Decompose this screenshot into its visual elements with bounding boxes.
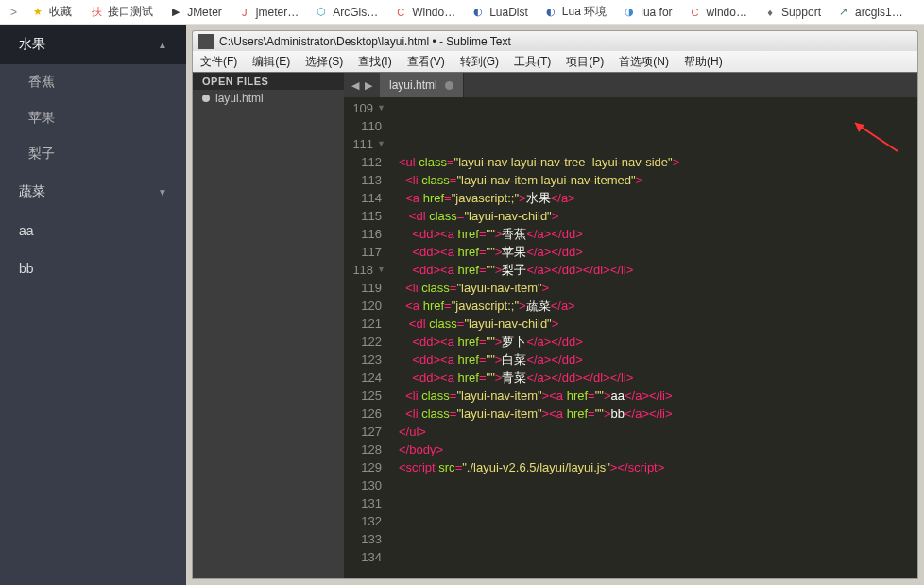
window-title-bar[interactable]: C:\Users\Administrator\Desktop\layui.htm… — [192, 30, 918, 51]
menu-item[interactable]: 工具(T) — [506, 52, 558, 72]
sublime-window: C:\Users\Administrator\Desktop\layui.htm… — [186, 25, 924, 585]
bookmark-icon: 扶 — [89, 5, 104, 20]
code-line[interactable]: <dd><a href="">苹果</a></dd> — [399, 243, 912, 261]
bookmark-label: JMeter — [187, 6, 222, 19]
bookmark-item[interactable]: CWindo… — [385, 2, 463, 22]
line-number: 111▼ — [346, 135, 385, 153]
bookmark-icon: ⬡ — [314, 5, 329, 20]
chevron-down-icon: ▼ — [158, 187, 167, 198]
line-number: 124 — [346, 369, 385, 387]
nav-item-fruit[interactable]: 水果 ▲ — [0, 25, 186, 64]
tab-layui[interactable]: layui.html — [380, 73, 464, 97]
tab-nav-buttons: ◀ ▶ — [344, 79, 380, 92]
line-number: 116 — [346, 225, 385, 243]
bookmark-item[interactable]: ◐Lua 环境 — [536, 2, 614, 22]
code-line[interactable] — [399, 512, 912, 530]
sidebar-file-layui[interactable]: layui.html — [193, 90, 344, 107]
bookmark-icon: C — [688, 5, 703, 20]
tab-prev-icon[interactable]: ◀ — [350, 79, 361, 92]
bookmark-favorites[interactable]: ★ 收藏 — [23, 2, 79, 22]
line-number: 127 — [346, 422, 385, 440]
line-number: 128 — [346, 440, 385, 458]
code-line[interactable]: <li class="layui-nav-item layui-nav-item… — [399, 171, 912, 189]
bookmark-icon: ◐ — [543, 5, 558, 20]
bookmark-item[interactable]: ◐LuaDist — [463, 2, 536, 22]
app-icon — [198, 34, 214, 49]
code-line[interactable]: <dd><a href="">梨子</a></dd></dl></li> — [399, 261, 912, 279]
code-line[interactable]: <a href="javascript:;">蔬菜</a> — [399, 297, 912, 315]
code-line[interactable]: <a href="javascript:;">水果</a> — [399, 189, 912, 207]
code-line[interactable]: <li class="layui-nav-item"><a href="">aa… — [399, 387, 912, 404]
nav-child-banana[interactable]: 香蕉 — [0, 64, 186, 100]
editor-body: OPEN FILES layui.html ◀ ▶ layui.html — [192, 72, 918, 579]
code-line[interactable] — [399, 566, 912, 578]
code-line[interactable]: </body> — [399, 440, 912, 458]
code-line[interactable]: <dl class="layui-nav-child"> — [399, 315, 912, 333]
bookmark-label: Support — [781, 6, 821, 19]
code-line[interactable]: <li class="layui-nav-item"> — [399, 279, 912, 297]
bookmark-item[interactable]: Jjmeter… — [230, 2, 306, 22]
line-number: 134 — [346, 548, 385, 566]
code-line[interactable] — [399, 476, 912, 494]
tab-next-icon[interactable]: ▶ — [363, 79, 374, 92]
menu-item[interactable]: 编辑(E) — [245, 52, 298, 72]
line-number: 118▼ — [346, 261, 385, 279]
code-line[interactable]: <dd><a href="">白菜</a></dd> — [399, 351, 912, 369]
bookmark-item[interactable]: ⬡ArcGis… — [306, 2, 385, 22]
bookmark-item[interactable]: ↗arcgis1… — [829, 2, 911, 22]
bookmark-icon: C — [393, 5, 408, 20]
nav-child-pear[interactable]: 梨子 — [0, 136, 186, 172]
dirty-dot-icon — [202, 95, 210, 102]
menu-item[interactable]: 选择(S) — [298, 52, 351, 72]
line-gutter: 109▼110 111▼112 113 114 115 116 117 118▼… — [344, 97, 393, 578]
line-number: 117 — [346, 243, 385, 261]
code-line[interactable]: <dl class="layui-nav-child"> — [399, 207, 912, 225]
code-line[interactable] — [399, 494, 912, 512]
annotation-arrow-icon — [846, 118, 902, 156]
code-line[interactable]: <ul class="layui-nav layui-nav-tree layu… — [399, 153, 912, 171]
code-line[interactable] — [399, 548, 912, 566]
tab-label: layui.html — [389, 78, 437, 92]
bookmark-label: Windo… — [412, 6, 455, 19]
code-line[interactable]: </ul> — [399, 422, 912, 440]
line-number: 113 — [346, 171, 385, 189]
code-line[interactable]: <dd><a href="">萝卜</a></dd> — [399, 333, 912, 351]
menu-item[interactable]: 转到(G) — [453, 52, 506, 72]
chevron-up-icon: ▲ — [158, 40, 167, 50]
bookmark-label: jmeter… — [256, 6, 299, 19]
bookmark-icon: ▶ — [168, 5, 183, 20]
nav-item-aa[interactable]: aa — [0, 212, 186, 249]
menu-item[interactable]: 查找(I) — [351, 52, 399, 72]
bookmark-item[interactable]: Cwindo… — [680, 2, 755, 22]
line-number: 109▼ — [346, 99, 385, 117]
code-line[interactable]: <dd><a href="">香蕉</a></dd> — [399, 225, 912, 243]
nav-item-vegetable[interactable]: 蔬菜 ▼ — [0, 172, 186, 212]
code-area[interactable]: 109▼110 111▼112 113 114 115 116 117 118▼… — [344, 97, 917, 578]
bookmark-item[interactable]: ◑lua for — [614, 2, 679, 22]
code-line[interactable] — [399, 530, 912, 548]
main-area: 水果 ▲ 香蕉 苹果 梨子 蔬菜 ▼ aa bb C:\Users\Admini… — [0, 25, 924, 585]
code-line[interactable]: <dd><a href="">青菜</a></dd></dl></li> — [399, 369, 912, 387]
line-number: 110 — [346, 117, 385, 135]
nav-item-bb[interactable]: bb — [0, 249, 186, 287]
menu-item[interactable]: 项目(P) — [558, 52, 611, 72]
bookmark-label: windo… — [707, 6, 747, 19]
menu-item[interactable]: 帮助(H) — [676, 52, 730, 72]
code-lines[interactable]: <ul class="layui-nav layui-nav-tree layu… — [393, 97, 917, 578]
bookmark-item[interactable]: ▶JMeter — [161, 2, 230, 22]
bookmark-item[interactable]: 扶接口测试 — [81, 2, 161, 22]
menu-item[interactable]: 文件(F) — [193, 52, 245, 72]
code-line[interactable]: <li class="layui-nav-item"><a href="">bb… — [399, 404, 912, 422]
bookmark-icon: ◑ — [622, 5, 637, 20]
menu-item[interactable]: 查看(V) — [400, 52, 453, 72]
line-number: 132 — [346, 512, 385, 530]
window-title: C:\Users\Administrator\Desktop\layui.htm… — [219, 35, 511, 48]
line-number: 123 — [346, 351, 385, 369]
sidebar-open-files-header: OPEN FILES — [193, 73, 344, 90]
dirty-dot-icon — [445, 81, 453, 90]
tab-bar: ◀ ▶ layui.html — [344, 73, 917, 97]
menu-item[interactable]: 首选项(N) — [611, 52, 676, 72]
code-line[interactable]: <script src="./layui-v2.6.5/layui/layui.… — [399, 458, 912, 476]
nav-child-apple[interactable]: 苹果 — [0, 100, 186, 136]
bookmark-item[interactable]: ♦Support — [755, 2, 829, 22]
